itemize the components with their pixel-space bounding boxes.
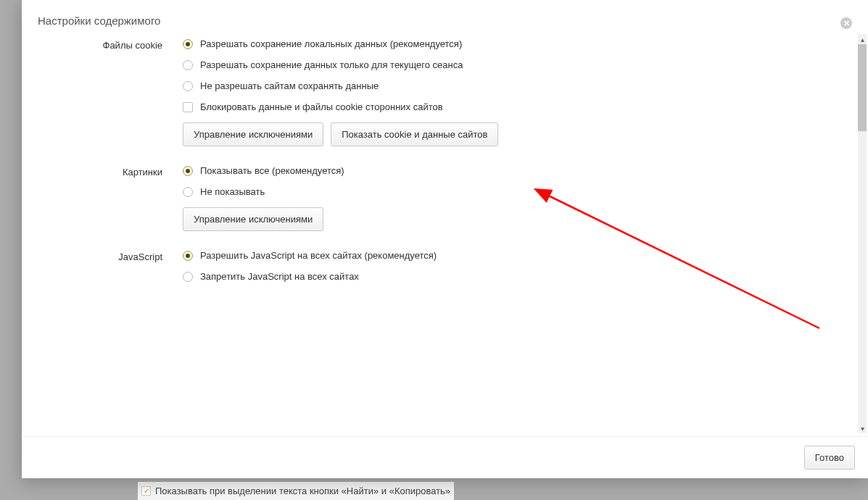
checkbox-block-third-party[interactable]: Блокировать данные и файлы cookie сторон…	[183, 101, 836, 112]
done-button[interactable]: Готово	[804, 446, 855, 470]
manage-exceptions-button[interactable]: Управление исключениями	[183, 122, 323, 146]
checkbox-icon: ✓	[141, 486, 151, 496]
radio-cookies-block[interactable]: Не разрешать сайтам сохранять данные	[183, 80, 836, 91]
radio-label: Разрешать сохранение локальных данных (р…	[200, 38, 462, 49]
scroll-down-icon[interactable]: ▾	[858, 423, 867, 433]
radio-icon	[183, 39, 193, 49]
radio-images-hide[interactable]: Не показывать	[183, 186, 836, 197]
dialog-title: Настройки содержимого	[38, 14, 160, 27]
checkbox-icon	[183, 102, 193, 112]
radio-images-show-all[interactable]: Показывать все (рекомендуется)	[183, 165, 836, 176]
radio-label: Не показывать	[200, 186, 265, 197]
radio-cookies-allow[interactable]: Разрешать сохранение локальных данных (р…	[183, 38, 836, 49]
scrollbar[interactable]: ▴ ▾	[858, 34, 867, 433]
section-body-javascript: Разрешить JavaScript на всех сайтах (рек…	[183, 250, 836, 292]
background-text: Показывать при выделении текста кнопки «…	[155, 486, 450, 496]
section-javascript: JavaScript Разрешить JavaScript на всех …	[38, 250, 836, 292]
radio-icon	[183, 60, 193, 70]
radio-label: Запретить JavaScript на всех сайтах	[200, 271, 359, 282]
radio-icon	[183, 251, 193, 261]
cookie-buttons: Управление исключениями Показать cookie …	[183, 122, 836, 146]
close-icon[interactable]: ✕	[840, 17, 852, 29]
radio-icon	[183, 81, 193, 91]
section-images: Картинки Показывать все (рекомендуется) …	[38, 165, 836, 231]
dialog-body-wrap: Файлы cookie Разрешать сохранение локаль…	[22, 31, 868, 436]
dialog-body: Файлы cookie Разрешать сохранение локаль…	[22, 31, 856, 436]
section-label-cookies: Файлы cookie	[38, 38, 183, 146]
dialog-header: Настройки содержимого ✕	[22, 0, 868, 31]
images-buttons: Управление исключениями	[183, 207, 836, 231]
scroll-thumb[interactable]	[858, 44, 867, 131]
checkbox-label: Блокировать данные и файлы cookie сторон…	[200, 101, 443, 112]
radio-icon	[183, 187, 193, 197]
content-settings-dialog: Настройки содержимого ✕ Файлы cookie Раз…	[22, 0, 868, 478]
radio-label: Разрешить JavaScript на всех сайтах (рек…	[200, 250, 437, 261]
radio-js-allow[interactable]: Разрешить JavaScript на всех сайтах (рек…	[183, 250, 836, 261]
dialog-footer: Готово	[22, 436, 868, 478]
radio-icon	[183, 166, 193, 176]
radio-label: Разрешать сохранение данных только для т…	[200, 59, 463, 70]
scroll-up-icon[interactable]: ▴	[858, 34, 867, 44]
radio-icon	[183, 272, 193, 282]
show-cookies-button[interactable]: Показать cookie и данные сайтов	[331, 122, 498, 146]
manage-exceptions-button[interactable]: Управление исключениями	[183, 207, 323, 231]
section-body-images: Показывать все (рекомендуется) Не показы…	[183, 165, 836, 231]
radio-label: Не разрешать сайтам сохранять данные	[200, 80, 379, 91]
radio-js-block[interactable]: Запретить JavaScript на всех сайтах	[183, 271, 836, 282]
radio-label: Показывать все (рекомендуется)	[200, 165, 344, 176]
section-label-images: Картинки	[38, 165, 183, 231]
background-option: ✓ Показывать при выделении текста кнопки…	[138, 482, 454, 500]
section-body-cookies: Разрешать сохранение локальных данных (р…	[183, 38, 836, 146]
section-label-javascript: JavaScript	[38, 250, 183, 292]
section-cookies: Файлы cookie Разрешать сохранение локаль…	[38, 38, 836, 146]
radio-cookies-session[interactable]: Разрешать сохранение данных только для т…	[183, 59, 836, 70]
